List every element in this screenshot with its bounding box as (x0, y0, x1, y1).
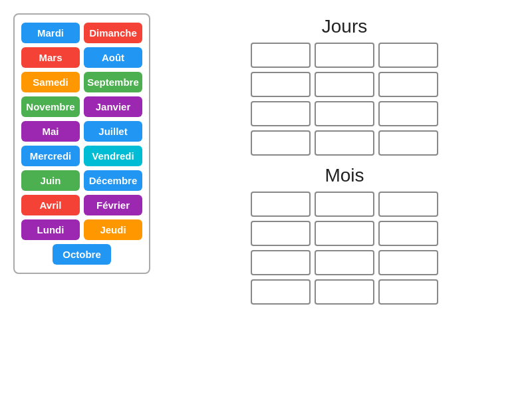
drop-grid (251, 43, 438, 156)
word-button[interactable]: Août (84, 47, 142, 68)
word-button[interactable]: Décembre (84, 170, 142, 191)
word-button[interactable]: Novembre (21, 96, 80, 117)
word-row: MardiDimanche (21, 23, 142, 43)
word-button[interactable]: Mars (21, 47, 80, 68)
drop-cell[interactable] (251, 101, 311, 126)
word-button[interactable]: Septembre (84, 72, 142, 92)
drop-cell[interactable] (315, 43, 374, 68)
word-button[interactable]: Mercredi (21, 146, 80, 166)
drop-cell[interactable] (315, 72, 374, 97)
word-row: SamediSeptembre (21, 72, 142, 92)
word-row: MarsAoût (21, 47, 142, 68)
drop-cell[interactable] (378, 43, 438, 68)
drop-cell[interactable] (315, 221, 374, 246)
drop-cell[interactable] (315, 130, 374, 156)
word-row: AvrilFévrier (21, 195, 142, 215)
word-button[interactable]: Jeudi (84, 219, 142, 240)
word-button[interactable]: Avril (21, 195, 80, 215)
drop-cell[interactable] (378, 250, 438, 275)
right-panel: JoursMois (170, 13, 519, 309)
drop-cell[interactable] (315, 250, 374, 275)
word-row: MercrediVendredi (21, 146, 142, 166)
word-button[interactable]: Juin (21, 170, 80, 191)
word-button[interactable]: Janvier (84, 96, 142, 117)
drop-cell[interactable] (378, 72, 438, 97)
word-button[interactable]: Lundi (21, 219, 80, 240)
drop-cell[interactable] (378, 130, 438, 156)
word-row: NovembreJanvier (21, 96, 142, 117)
word-bank: MardiDimancheMarsAoûtSamediSeptembreNove… (13, 13, 150, 274)
word-button[interactable]: Dimanche (84, 23, 142, 43)
word-button[interactable]: Samedi (21, 72, 80, 92)
word-button[interactable]: Octobre (53, 244, 111, 265)
drop-cell[interactable] (378, 221, 438, 246)
word-row: LundiJeudi (21, 219, 142, 240)
drop-cell[interactable] (251, 43, 311, 68)
section-title: Mois (325, 165, 364, 186)
drop-cell[interactable] (251, 279, 311, 305)
drop-cell[interactable] (378, 192, 438, 217)
word-button[interactable]: Mai (21, 121, 80, 142)
word-button[interactable]: Vendredi (84, 146, 142, 166)
drop-cell[interactable] (251, 221, 311, 246)
word-button[interactable]: Mardi (21, 23, 80, 43)
drop-cell[interactable] (315, 279, 374, 305)
drop-grid (251, 192, 438, 305)
drop-cell[interactable] (251, 130, 311, 156)
drop-cell[interactable] (378, 101, 438, 126)
drop-cell[interactable] (315, 192, 374, 217)
word-button[interactable]: Février (84, 195, 142, 215)
drop-cell[interactable] (251, 250, 311, 275)
word-row: MaiJuillet (21, 121, 142, 142)
drop-cell[interactable] (378, 279, 438, 305)
drop-cell[interactable] (251, 192, 311, 217)
word-row: Octobre (21, 244, 142, 265)
word-row: JuinDécembre (21, 170, 142, 191)
drop-cell[interactable] (315, 101, 374, 126)
drop-cell[interactable] (251, 72, 311, 97)
word-button[interactable]: Juillet (84, 121, 142, 142)
section-title: Jours (322, 16, 367, 37)
